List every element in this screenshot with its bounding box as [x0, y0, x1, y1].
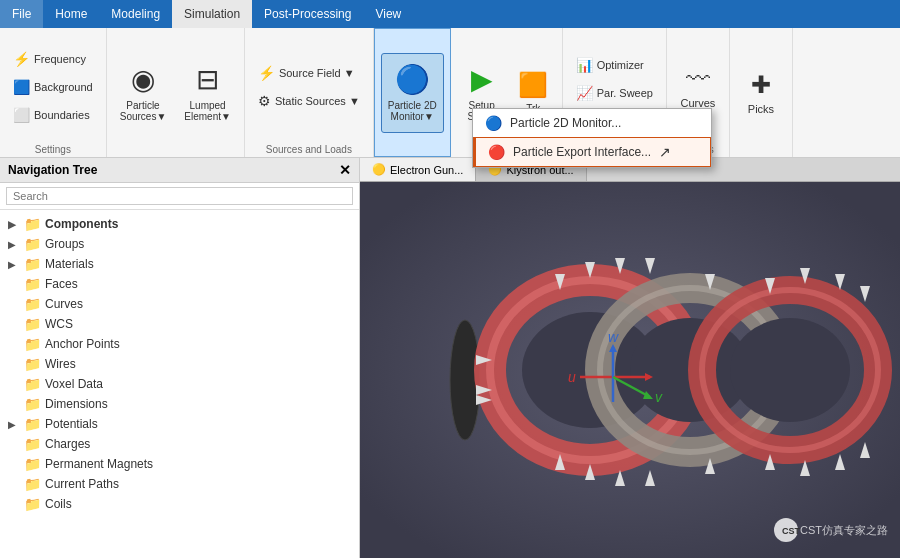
static-sources-icon: ⚙ — [258, 93, 271, 109]
ribbon-group-sources: ⚡ Source Field ▼ ⚙ Static Sources ▼ Sour… — [245, 28, 374, 157]
ribbon-group-particle: ◉ Particle Sources▼ ⊟ Lumped Element▼ — [107, 28, 245, 157]
trk-icon: 🟧 — [518, 71, 548, 99]
dropdown-item-particle-export[interactable]: 🔴 Particle Export Interface... ↗ — [473, 137, 711, 167]
current-paths-icon: 📁 — [24, 476, 41, 492]
btn-lumped-element[interactable]: ⊟ Lumped Element▼ — [177, 53, 238, 133]
nav-panel-close[interactable]: ✕ — [339, 162, 351, 178]
nav-panel-title: Navigation Tree — [8, 163, 97, 177]
tree-item-curves[interactable]: ▶ 📁 Curves — [0, 294, 359, 314]
tree-item-permanent-magnets[interactable]: ▶ 📁 Permanent Magnets — [0, 454, 359, 474]
setup-solver-icon: ▶ — [471, 63, 493, 96]
svg-text:CST仿真专家之路: CST仿真专家之路 — [800, 524, 888, 536]
boundaries-icon: ⬜ — [13, 107, 30, 123]
tree-item-coils[interactable]: ▶ 📁 Coils — [0, 494, 359, 514]
btn-picks[interactable]: ✚ Picks — [736, 53, 786, 133]
tree-item-current-paths[interactable]: ▶ 📁 Current Paths — [0, 474, 359, 494]
ribbon-group-monitor: 🔵 Particle 2D Monitor▼ — [374, 28, 451, 157]
tree-item-wires[interactable]: ▶ 📁 Wires — [0, 354, 359, 374]
background-icon: 🟦 — [13, 79, 30, 95]
lumped-element-icon: ⊟ — [196, 63, 219, 96]
tab-electron-gun[interactable]: 🟡 Electron Gun... — [360, 158, 476, 181]
ribbon: ⚡ Frequency 🟦 Background ⬜ Boundaries Se… — [0, 28, 900, 158]
svg-text:w: w — [608, 329, 619, 345]
source-field-icon: ⚡ — [258, 65, 275, 81]
menu-file[interactable]: File — [0, 0, 43, 28]
tree-item-groups[interactable]: ▶ 📁 Groups — [0, 234, 359, 254]
3d-scene: u w v CST CST仿真专家之路 — [360, 182, 900, 558]
anchor-points-icon: 📁 — [24, 336, 41, 352]
nav-tree: ▶ 📁 Components ▶ 📁 Groups ▶ 📁 Materials … — [0, 210, 359, 558]
picks-icon: ✚ — [751, 71, 771, 99]
menu-modeling[interactable]: Modeling — [99, 0, 172, 28]
btn-background[interactable]: 🟦 Background — [6, 75, 100, 99]
tree-item-voxel-data[interactable]: ▶ 📁 Voxel Data — [0, 374, 359, 394]
tree-item-potentials[interactable]: ▶ 📁 Potentials — [0, 414, 359, 434]
settings-group-label: Settings — [35, 142, 71, 155]
tree-item-wcs[interactable]: ▶ 📁 WCS — [0, 314, 359, 334]
potentials-icon: 📁 — [24, 416, 41, 432]
tree-item-faces[interactable]: ▶ 📁 Faces — [0, 274, 359, 294]
menu-home[interactable]: Home — [43, 0, 99, 28]
components-icon: 📁 — [24, 216, 41, 232]
btn-par-sweep[interactable]: 📈 Par. Sweep — [569, 81, 660, 105]
dimensions-icon: 📁 — [24, 396, 41, 412]
dropdown-menu: 🔵 Particle 2D Monitor... 🔴 Particle Expo… — [472, 108, 712, 168]
tree-item-dimensions[interactable]: ▶ 📁 Dimensions — [0, 394, 359, 414]
tree-item-anchor-points[interactable]: ▶ 📁 Anchor Points — [0, 334, 359, 354]
expand-icon: ▶ — [8, 419, 22, 430]
tab-icon: 🟡 — [372, 163, 386, 176]
particle-monitor-dd-icon: 🔵 — [485, 115, 502, 131]
btn-particle-2d-monitor[interactable]: 🔵 Particle 2D Monitor▼ — [381, 53, 444, 133]
nav-panel-header: Navigation Tree ✕ — [0, 158, 359, 183]
faces-icon: 📁 — [24, 276, 41, 292]
cursor-icon: ↗ — [659, 144, 671, 160]
ribbon-group-picks: ✚ Picks — [730, 28, 793, 157]
expand-icon: ▶ — [8, 239, 22, 250]
btn-particle-sources[interactable]: ◉ Particle Sources▼ — [113, 53, 174, 133]
voxel-icon: 📁 — [24, 376, 41, 392]
curves-icon: 📁 — [24, 296, 41, 312]
svg-text:v: v — [655, 389, 663, 405]
menu-bar: File Home Modeling Simulation Post-Proce… — [0, 0, 900, 28]
menu-simulation[interactable]: Simulation — [172, 0, 252, 28]
btn-source-field[interactable]: ⚡ Source Field ▼ — [251, 61, 362, 85]
particle-sources-icon: ◉ — [131, 63, 155, 96]
groups-icon: 📁 — [24, 236, 41, 252]
btn-static-sources[interactable]: ⚙ Static Sources ▼ — [251, 89, 367, 113]
sources-loads-label: Sources and Loads — [266, 142, 352, 155]
curves-ribbon-icon: 〰 — [686, 65, 710, 93]
search-input[interactable] — [6, 187, 353, 205]
dropdown-item-particle-2d-monitor[interactable]: 🔵 Particle 2D Monitor... — [473, 109, 711, 137]
optimizer-icon: 📊 — [576, 57, 593, 73]
menu-postprocessing[interactable]: Post-Processing — [252, 0, 363, 28]
wcs-icon: 📁 — [24, 316, 41, 332]
ribbon-group-settings: ⚡ Frequency 🟦 Background ⬜ Boundaries Se… — [0, 28, 107, 157]
tree-item-components[interactable]: ▶ 📁 Components — [0, 214, 359, 234]
wires-icon: 📁 — [24, 356, 41, 372]
menu-view[interactable]: View — [363, 0, 413, 28]
magnets-icon: 📁 — [24, 456, 41, 472]
particle-export-dd-icon: 🔴 — [488, 144, 505, 160]
expand-icon: ▶ — [8, 219, 22, 230]
expand-icon: ▶ — [8, 259, 22, 270]
tree-item-materials[interactable]: ▶ 📁 Materials — [0, 254, 359, 274]
svg-point-10 — [730, 318, 850, 422]
nav-panel: Navigation Tree ✕ ▶ 📁 Components ▶ 📁 Gro… — [0, 158, 360, 558]
nav-search — [0, 183, 359, 210]
tree-item-charges[interactable]: ▶ 📁 Charges — [0, 434, 359, 454]
svg-text:u: u — [568, 369, 576, 385]
particle-monitor-icon: 🔵 — [395, 63, 430, 96]
btn-boundaries[interactable]: ⬜ Boundaries — [6, 103, 97, 127]
svg-text:CST: CST — [782, 526, 801, 536]
par-sweep-icon: 📈 — [576, 85, 593, 101]
charges-icon: 📁 — [24, 436, 41, 452]
coils-icon: 📁 — [24, 496, 41, 512]
btn-optimizer[interactable]: 📊 Optimizer — [569, 53, 651, 77]
materials-icon: 📁 — [24, 256, 41, 272]
btn-frequency[interactable]: ⚡ Frequency — [6, 47, 93, 71]
viewport: 🟡 Electron Gun... 🟡 Klystron out... — [360, 158, 900, 558]
frequency-icon: ⚡ — [13, 51, 30, 67]
